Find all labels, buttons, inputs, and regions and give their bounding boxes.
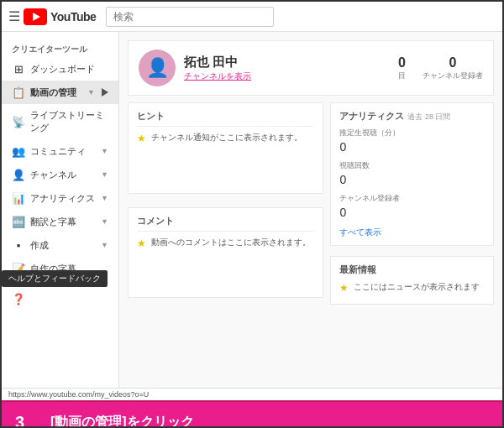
avatar: 👤 [139,50,176,86]
metric-watchtime: 推定生視聴（分） 0 [339,128,485,154]
sidebar: クリエイターツール ⊞ ダッシュボード 📋 動画の管理 ▼ 📡 ライブストリーミ… [2,32,119,388]
live-streaming-icon: 📡 [12,115,25,128]
analytics-card: アナリティクス 過去 28 日間 推定生視聴（分） 0 視聴回数 0 チャンネル… [330,102,494,246]
profile-info: 拓也 田中 チャンネルを表示 [184,55,390,82]
cards-row: ヒント ★ チャンネル通知がここに表示されます。 コメント ★ 動画へのコメント… [128,102,494,305]
profile-stats: 0 目 0 チャンネル登録者 [398,55,483,81]
hint-card-text: チャンネル通知がここに表示されます。 [151,132,302,144]
hint-card: ヒント ★ チャンネル通知がここに表示されます。 [128,102,323,194]
news-card: 最新情報 ★ ここにはニュースが表示されます [330,256,494,305]
star-icon: ★ [137,237,146,249]
logo-area: ☰ YouTube [8,8,96,25]
chevron-down-icon: ▼ [101,194,108,202]
sidebar-item-live-streaming[interactable]: 📡 ライブストリーミング [2,104,118,139]
analytics-icon: 📊 [12,191,25,205]
youtube-title: YouTube [50,10,96,23]
star-icon: ★ [137,133,146,144]
community-icon: 👥 [12,144,25,158]
help-icon: ❓ [12,292,25,305]
sidebar-item-label: ダッシュボード [30,63,95,76]
profile-section: 👤 拓也 田中 チャンネルを表示 0 目 0 チャンネル登録者 [128,40,494,96]
chevron-down-icon: ▼ [101,241,108,249]
metric-subscribers: チャンネル登録者 0 [339,193,485,219]
news-card-title: 最新情報 [339,264,485,276]
stat-views: 0 目 [398,55,406,81]
right-cards: アナリティクス 過去 28 日間 推定生視聴（分） 0 視聴回数 0 チャンネル… [330,102,494,305]
sidebar-item-label: チャンネル [30,169,76,181]
metric-views-label: 視聴回数 [339,160,485,171]
chevron-down-icon: ▼ [101,217,108,226]
sidebar-item-channel[interactable]: 👤 チャンネル ▼ [2,163,118,186]
sidebar-item-translation[interactable]: 🔤 翻訳と字幕 ▼ [2,210,118,233]
translation-icon: 🔤 [12,215,25,228]
sidebar-item-help[interactable]: ❓ ヘルプとフィードバック [2,287,118,311]
stat-subscribers-label: チャンネル登録者 [423,70,483,81]
sidebar-item-label: ライブストリーミング [30,109,108,134]
stat-subscribers-value: 0 [423,55,483,70]
sidebar-item-label: コミュニティ [30,145,86,158]
cursor-pointer-icon [102,88,108,97]
main-content: 👤 拓也 田中 チャンネルを表示 0 目 0 チャンネル登録者 [119,32,502,388]
sidebar-item-creation[interactable]: ▪ 作成 ▼ [2,233,118,257]
channel-link[interactable]: チャンネルを表示 [184,70,390,82]
instruction-bar: 3 [動画の管理]をクリック [2,400,502,428]
hint-card-title: ヒント [137,110,314,127]
sidebar-item-dashboard[interactable]: ⊞ ダッシュボード [2,57,118,81]
see-all-link[interactable]: すべて表示 [339,227,381,237]
news-card-item: ★ ここにはニュースが表示されます [339,281,485,294]
chevron-down-icon: ▼ [87,88,95,97]
metric-subscribers-label: チャンネル登録者 [339,193,485,204]
left-cards: ヒント ★ チャンネル通知がここに表示されます。 コメント ★ 動画へのコメント… [128,102,323,305]
hamburger-icon[interactable]: ☰ [8,8,20,24]
metric-watchtime-label: 推定生視聴（分） [339,128,485,138]
stat-views-value: 0 [398,55,406,70]
youtube-logo-icon [24,8,47,25]
dashboard-icon: ⊞ [12,62,25,76]
step-number: 3 [15,413,40,429]
metric-watchtime-value: 0 [339,140,485,154]
comment-card-title: コメント [137,215,314,232]
stat-subscribers: 0 チャンネル登録者 [423,55,483,81]
news-card-text: ここにはニュースが表示されます [354,281,480,293]
metric-views-value: 0 [339,173,485,186]
hint-card-item: ★ チャンネル通知がここに表示されます。 [137,132,314,144]
stat-views-label: 目 [398,70,406,81]
sidebar-item-label: 作成 [30,239,49,252]
profile-name: 拓也 田中 [184,55,390,70]
comment-card-item: ★ 動画へのコメントはここに表示されます。 [137,237,314,249]
chevron-down-icon: ▼ [101,170,108,179]
comment-card: コメント ★ 動画へのコメントはここに表示されます。 [128,207,323,299]
sidebar-item-label: 動画の管理 [30,86,76,99]
sidebar-item-label: アナリティクス [30,192,95,205]
sidebar-section-title: クリエイターツール [2,39,118,57]
main-layout: クリエイターツール ⊞ ダッシュボード 📋 動画の管理 ▼ 📡 ライブストリーミ… [2,32,502,388]
metric-subscribers-value: 0 [339,206,485,219]
sidebar-item-label: 翻訳と字幕 [30,216,76,228]
analytics-period: 過去 28 日間 [407,112,450,123]
sidebar-item-video-management[interactable]: 📋 動画の管理 ▼ [2,81,118,104]
comment-card-text: 動画へのコメントはここに表示されます。 [151,237,311,248]
search-input[interactable] [106,7,274,27]
metric-views: 視聴回数 0 [339,160,485,186]
topbar: ☰ YouTube [2,2,502,32]
analytics-card-title: アナリティクス [339,110,404,123]
instruction-text: [動画の管理]をクリック [50,414,194,429]
creation-icon: ▪ [12,238,25,252]
sidebar-item-community[interactable]: 👥 コミュニティ ▼ [2,139,118,163]
sidebar-item-analytics[interactable]: 📊 アナリティクス ▼ [2,186,118,210]
analytics-header: アナリティクス 過去 28 日間 [339,110,485,128]
video-management-icon: 📋 [12,86,25,99]
channel-icon: 👤 [12,168,25,181]
star-icon: ★ [339,282,349,294]
help-tooltip: ヘルプとフィードバック [2,270,108,287]
url-bar: https://www.youtube.com/my_videos?o=U [2,388,502,400]
chevron-down-icon: ▼ [101,147,108,155]
